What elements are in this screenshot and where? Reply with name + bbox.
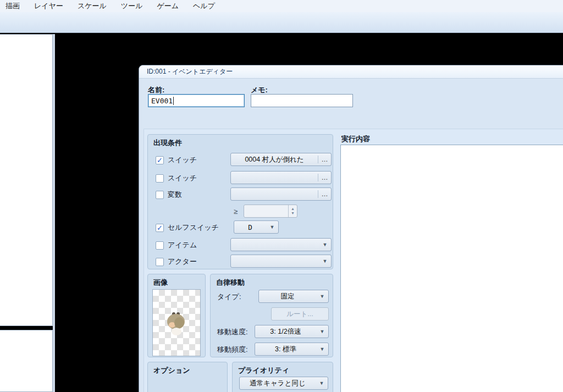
self-switch-checkbox[interactable]: ✓ [156, 224, 164, 232]
variable-amount-spinner[interactable]: ▲▼ [244, 205, 297, 218]
actor-dropdown[interactable]: ▼ [230, 255, 332, 268]
movement-group: 自律移動 タイプ: 固定▼ ルート... 移動速度: 3: 1/2倍速▼ 移動頻… [210, 274, 333, 357]
event-editor-dialog: ID:001 - イベントエディター 名前: EV001 メモ: 出現条件 ✓ … [139, 65, 563, 392]
variable-checkbox[interactable]: ✓ [156, 191, 164, 199]
chevron-down-icon: ▼ [316, 329, 328, 334]
image-group: 画像 [147, 274, 206, 357]
self-switch-checkbox-row[interactable]: ✓ セルフスイッチ [156, 223, 219, 233]
menu-item[interactable]: ヘルプ [193, 1, 215, 11]
switch2-value-button[interactable]: … [230, 171, 332, 184]
route-button[interactable]: ルート... [271, 307, 329, 321]
movement-freq-dropdown[interactable]: 3: 標準▼ [255, 343, 329, 356]
priority-title: プライオリティ [238, 366, 289, 376]
spinner-arrows-icon[interactable]: ▲▼ [288, 205, 297, 217]
chevron-down-icon: ▼ [319, 258, 331, 264]
conditions-group: 出現条件 ✓ スイッチ 0004 村人が倒れた… ✓ スイッチ … ✓ [147, 134, 333, 269]
movement-title: 自律移動 [216, 278, 245, 288]
options-group: オプション [147, 362, 228, 392]
item-checkbox-row[interactable]: ✓ アイテム [156, 240, 197, 250]
exec-header: 実行内容 [341, 134, 370, 144]
switch1-value-button[interactable]: 0004 村人が倒れた… [230, 153, 332, 166]
event-list-panel[interactable] [0, 330, 53, 392]
priority-dropdown[interactable]: 通常キャラと同じ▼ [239, 377, 328, 390]
options-title: オプション [153, 366, 190, 376]
ellipsis-icon: … [318, 190, 331, 198]
map-list-panel[interactable] [0, 34, 53, 326]
text-caret [173, 97, 174, 105]
actor-checkbox-row[interactable]: ✓ アクター [156, 257, 197, 267]
chevron-down-icon: ▼ [316, 380, 328, 386]
toolbar [0, 12, 563, 33]
menu-item[interactable]: レイヤー [34, 1, 63, 11]
menu-item[interactable]: スケール [78, 1, 107, 11]
chevron-down-icon: ▼ [316, 346, 328, 352]
chevron-down-icon: ▼ [316, 294, 328, 299]
switch1-checkbox-row[interactable]: ✓ スイッチ [156, 155, 197, 165]
ellipsis-icon: … [318, 174, 331, 181]
priority-group: プライオリティ 通常キャラと同じ▼ [232, 362, 333, 392]
dialog-title[interactable]: ID:001 - イベントエディター [139, 65, 563, 79]
conditions-title: 出現条件 [153, 138, 182, 148]
panel-divider [53, 34, 55, 392]
exec-content-list[interactable] [340, 145, 563, 392]
transparent-checker [153, 290, 200, 356]
menu-item[interactable]: 描画 [5, 1, 20, 11]
speed-label: 移動速度: [217, 327, 248, 337]
variable-checkbox-row[interactable]: ✓ 変数 [156, 190, 182, 200]
switch1-checkbox[interactable]: ✓ [156, 156, 164, 164]
chevron-down-icon: ▼ [319, 242, 331, 247]
character-sprite [164, 311, 190, 336]
movement-speed-dropdown[interactable]: 3: 1/2倍速▼ [255, 325, 329, 338]
gte-operator: ≥ [234, 207, 238, 216]
item-checkbox[interactable]: ✓ [156, 241, 164, 250]
self-switch-dropdown[interactable]: D▼ [234, 220, 279, 234]
character-image-button[interactable] [152, 289, 201, 356]
switch2-checkbox-row[interactable]: ✓ スイッチ [156, 173, 197, 183]
type-label: タイプ: [217, 292, 241, 302]
editor-window: 描画レイヤースケールツールゲームヘルプ ID:001 - イベントエディター 名… [0, 0, 563, 392]
switch2-checkbox[interactable]: ✓ [156, 174, 164, 183]
memo-input[interactable] [251, 94, 353, 107]
ellipsis-icon: … [318, 156, 331, 163]
actor-checkbox[interactable]: ✓ [156, 258, 164, 266]
menu-item[interactable]: ツール [121, 1, 143, 11]
menu-item[interactable]: ゲーム [157, 1, 179, 11]
name-input[interactable]: EV001 [148, 94, 245, 107]
image-title: 画像 [153, 278, 168, 288]
variable-value-button[interactable]: … [230, 187, 332, 201]
item-dropdown[interactable]: ▼ [230, 238, 332, 251]
chevron-down-icon: ▼ [266, 224, 278, 230]
menu-bar: 描画レイヤースケールツールゲームヘルプ [0, 0, 563, 12]
freq-label: 移動頻度: [217, 345, 248, 355]
movement-type-dropdown[interactable]: 固定▼ [258, 290, 329, 303]
